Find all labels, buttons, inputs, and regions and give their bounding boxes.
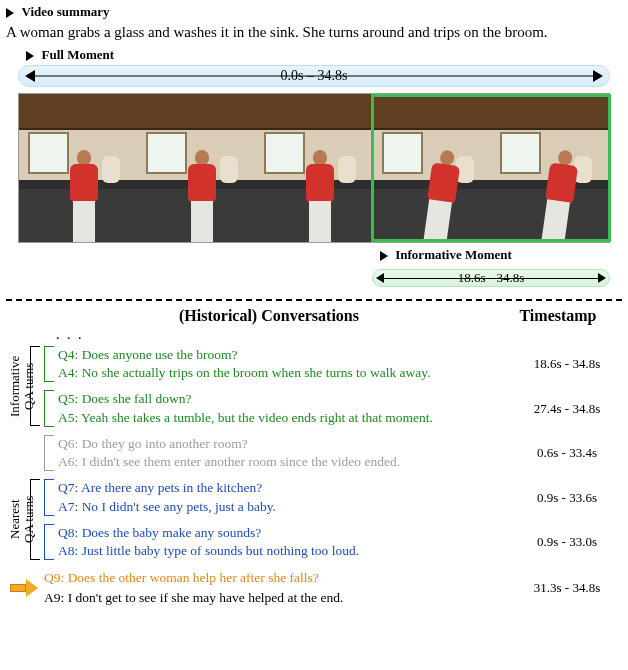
qa-row: Q6: Do they go into another room?A6: I d… (6, 435, 622, 471)
bullet-icon (26, 51, 34, 61)
qa-bracket-icon (44, 479, 54, 515)
full-moment-range: 0.0s – 34.8s (19, 68, 609, 84)
qa-text: Q8: Does the baby make any sounds?A8: Ju… (58, 524, 512, 560)
group-label: Informative QA turns (8, 346, 28, 426)
question-text: Q5: Does she fall down? (58, 390, 506, 408)
qa-bracket-icon (44, 390, 54, 426)
group-label: Nearest QA turns (8, 479, 28, 560)
question-text: Q4: Does anyone use the broom? (58, 346, 506, 364)
timestamp-value: 0.6s - 33.4s (512, 445, 622, 461)
answer-text: A7: No I didn't see any pets, just a bab… (58, 498, 506, 516)
timestamp-value: 0.9s - 33.0s (512, 534, 622, 550)
col-conversations: (Historical) Conversations (40, 307, 498, 325)
current-answer: A9: I don't get to see if she may have h… (44, 588, 512, 608)
group-bracket-icon (30, 479, 40, 560)
qa-text: Q6: Do they go into another room?A6: I d… (58, 435, 512, 471)
timestamp-value: 18.6s - 34.8s (512, 356, 622, 372)
question-text: Q6: Do they go into another room? (58, 435, 506, 453)
qa-row: Q5: Does she fall down?A5: Yeah she take… (6, 390, 622, 426)
pointer-arrow-icon (10, 579, 40, 597)
current-question-row: Q9: Does the other woman help her after … (6, 568, 622, 607)
video-frame (491, 94, 609, 242)
bullet-icon (380, 251, 388, 261)
bullet-icon (6, 8, 14, 18)
current-question: Q9: Does the other woman help her after … (44, 568, 512, 588)
conversations-header: (Historical) Conversations Timestamp (40, 307, 618, 325)
full-moment-bar: 0.0s – 34.8s (18, 65, 610, 87)
video-summary-label: Video summary (22, 4, 110, 19)
qa-bracket-icon (44, 435, 54, 471)
col-timestamp: Timestamp (498, 307, 618, 325)
qa-text: Q5: Does she fall down?A5: Yeah she take… (58, 390, 512, 426)
section-divider (6, 299, 622, 301)
informative-moment-bar: 18.6s - 34.8s (372, 269, 610, 287)
question-text: Q8: Does the baby make any sounds? (58, 524, 506, 542)
timestamp-value: 0.9s - 33.6s (512, 490, 622, 506)
qa-bracket-icon (44, 346, 54, 382)
timestamp-value: 27.4s - 34.8s (512, 401, 622, 417)
ellipsis: . . . (56, 327, 628, 343)
video-summary-text: A woman grabs a glass and washes it in t… (0, 24, 628, 41)
qa-text: Q4: Does anyone use the broom?A4: No she… (58, 346, 512, 382)
timestamp-value: 31.3s - 34.8s (512, 580, 622, 596)
answer-text: A6: I didn't see them enter another room… (58, 453, 506, 471)
qa-bracket-icon (44, 524, 54, 560)
answer-text: A4: No she actually trips on the broom w… (58, 364, 506, 382)
qa-row: Q7: Are there any pets in the kitchen?A7… (6, 479, 622, 515)
video-frame (255, 94, 373, 242)
group-bracket-icon (30, 346, 40, 426)
answer-text: A5: Yeah she takes a tumble, but the vid… (58, 409, 506, 427)
informative-moment-range: 18.6s - 34.8s (373, 270, 609, 286)
qa-region: Q4: Does anyone use the broom?A4: No she… (6, 346, 622, 560)
qa-row: Q8: Does the baby make any sounds?A8: Ju… (6, 524, 622, 560)
answer-text: A8: Just little baby type of sounds but … (58, 542, 506, 560)
video-frame (137, 94, 255, 242)
video-frame (373, 94, 491, 242)
video-frame (19, 94, 137, 242)
qa-text: Q7: Are there any pets in the kitchen?A7… (58, 479, 512, 515)
informative-moment-label: Informative Moment (395, 247, 512, 262)
filmstrip (18, 93, 610, 243)
qa-row: Q4: Does anyone use the broom?A4: No she… (6, 346, 622, 382)
question-text: Q7: Are there any pets in the kitchen? (58, 479, 506, 497)
full-moment-label: Full Moment (42, 47, 115, 62)
